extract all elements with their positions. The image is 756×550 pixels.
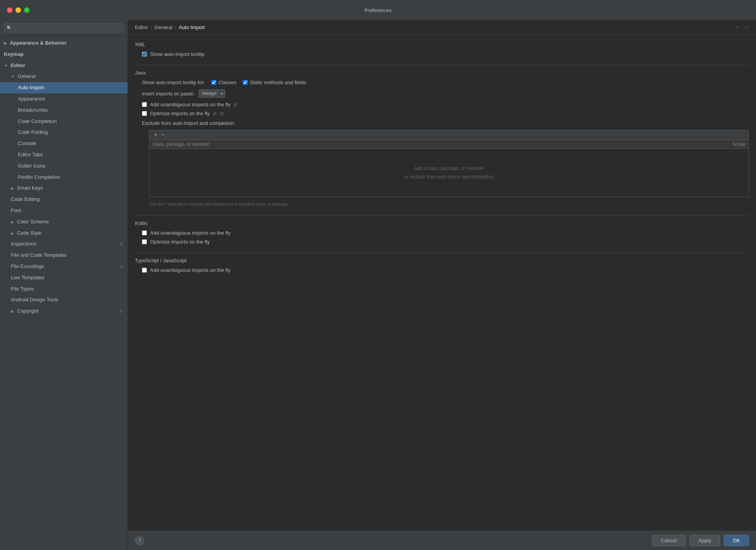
bottom-right: Cancel Apply OK bbox=[652, 535, 749, 546]
add-unambiguous-help-icon[interactable]: ⊘ bbox=[233, 102, 237, 107]
ts-add-row: Add unambiguous imports on the fly bbox=[142, 267, 749, 273]
file-encodings-icon: ⊞ bbox=[119, 263, 123, 270]
exclude-col-class: Class, package, or member bbox=[152, 142, 699, 147]
ok-button[interactable]: OK bbox=[724, 535, 749, 546]
ts-add-label: Add unambiguous imports on the fly bbox=[150, 267, 230, 273]
insert-imports-row: Insert imports on paste: Always Ask Neve… bbox=[142, 89, 749, 98]
main-container: 🔍 ▶ Appearance & Behavior Keymap ▼ Edito… bbox=[0, 20, 756, 550]
kotlin-optimize-checkbox[interactable] bbox=[142, 239, 147, 244]
add-unambiguous-checkbox[interactable] bbox=[142, 102, 147, 107]
exclude-section-wrapper: Exclude from auto-import and completion:… bbox=[142, 120, 749, 208]
search-input[interactable] bbox=[4, 23, 124, 33]
xml-section: XML Show auto-import tooltip bbox=[135, 42, 749, 57]
static-methods-label: Static methods and fields bbox=[250, 80, 306, 85]
xml-show-tooltip-row: Show auto-import tooltip bbox=[142, 51, 749, 57]
exclude-toolbar: + − bbox=[149, 130, 749, 140]
kotlin-optimize-row: Optimize imports on the fly bbox=[142, 239, 749, 245]
bottom-left: ? bbox=[135, 536, 144, 545]
exclude-add-button[interactable]: + bbox=[152, 132, 159, 138]
sidebar-item-general[interactable]: ▼ General bbox=[0, 71, 128, 82]
sidebar-item-font[interactable]: Font bbox=[0, 205, 128, 216]
optimize-imports-row: Optimize imports on the fly ⊘ ⊟ bbox=[142, 111, 749, 116]
sidebar-item-code-completion[interactable]: Code Completion bbox=[0, 116, 128, 127]
sidebar-item-inspections[interactable]: Inspections ⊞ bbox=[0, 239, 128, 250]
sidebar-item-breadcrumbs[interactable]: Breadcrumbs bbox=[0, 105, 128, 116]
sidebar-item-postfix-completion[interactable]: Postfix Completion bbox=[0, 172, 128, 183]
classes-checkbox-group: Classes bbox=[211, 80, 236, 85]
sidebar-item-file-types[interactable]: File Types bbox=[0, 284, 128, 295]
exclude-empty-message: Add a class, package, or member to exclu… bbox=[149, 149, 749, 197]
add-unambiguous-label: Add unambiguous imports on the fly bbox=[150, 102, 230, 107]
classes-checkbox[interactable] bbox=[211, 80, 216, 85]
help-button[interactable]: ? bbox=[135, 536, 144, 545]
minimize-button[interactable] bbox=[16, 7, 21, 13]
static-methods-checkbox[interactable] bbox=[243, 80, 248, 85]
arrow-icon: ▼ bbox=[11, 74, 15, 80]
close-button[interactable] bbox=[7, 7, 12, 13]
nav-back-arrow[interactable]: ← bbox=[735, 24, 740, 30]
wildcard-note: Use the * wildcard to exclude all member… bbox=[149, 201, 749, 208]
sidebar-item-copyright[interactable]: ▶ Copyright ⊞ bbox=[0, 306, 128, 317]
nav-arrows: ← → bbox=[735, 24, 749, 30]
sidebar-item-android-design-tools[interactable]: Android Design Tools bbox=[0, 294, 128, 306]
breadcrumb-nav: Editor › General › Auto Import bbox=[135, 24, 205, 30]
search-wrapper: 🔍 bbox=[4, 23, 124, 33]
sidebar-item-file-code-templates[interactable]: File and Code Templates bbox=[0, 250, 128, 261]
optimize-imports-checkbox[interactable] bbox=[142, 111, 147, 116]
kotlin-add-unambiguous-label: Add unambiguous imports on the fly bbox=[150, 230, 230, 236]
arrow-icon: ▶ bbox=[11, 185, 14, 192]
arrow-icon: ▶ bbox=[11, 308, 14, 315]
breadcrumb-editor: Editor bbox=[135, 24, 148, 30]
tree-container: ▶ Appearance & Behavior Keymap ▼ Editor … bbox=[0, 36, 128, 550]
xml-show-tooltip-checkbox[interactable] bbox=[142, 52, 147, 57]
exclude-remove-button[interactable]: − bbox=[160, 132, 166, 138]
sidebar-item-code-style[interactable]: ▶ Code Style bbox=[0, 228, 128, 239]
sidebar-item-keymap[interactable]: Keymap bbox=[0, 49, 128, 60]
sidebar-item-appearance[interactable]: Appearance bbox=[0, 93, 128, 105]
sidebar-item-code-folding[interactable]: Code Folding bbox=[0, 127, 128, 138]
separator-java-kotlin bbox=[135, 215, 749, 216]
kotlin-section-label: Kotlin bbox=[135, 220, 749, 226]
sidebar-item-editor[interactable]: ▼ Editor bbox=[0, 60, 128, 71]
inspections-icon: ⊞ bbox=[119, 241, 123, 248]
java-tooltip-for-label: Show auto-import tooltip for: bbox=[142, 80, 205, 85]
title-bar: Preferences bbox=[0, 0, 756, 20]
kotlin-optimize-label: Optimize imports on the fly bbox=[150, 239, 210, 245]
window-title: Preferences bbox=[364, 7, 392, 13]
cancel-button[interactable]: Cancel bbox=[652, 535, 685, 546]
maximize-button[interactable] bbox=[24, 7, 29, 13]
arrow-icon: ▼ bbox=[4, 63, 8, 69]
sidebar-item-color-scheme[interactable]: ▶ Color Scheme bbox=[0, 216, 128, 228]
breadcrumb-current: Auto Import bbox=[179, 24, 205, 30]
content-area: Editor › General › Auto Import ← → XML S… bbox=[128, 20, 756, 550]
classes-label: Classes bbox=[219, 80, 236, 85]
separator-kotlin-ts bbox=[135, 253, 749, 253]
sidebar-item-gutter-icons[interactable]: Gutter Icons bbox=[0, 161, 128, 172]
optimize-imports-label: Optimize imports on the fly bbox=[150, 111, 210, 116]
sidebar-item-auto-import[interactable]: Auto Import bbox=[0, 82, 128, 93]
xml-section-label: XML bbox=[135, 42, 749, 47]
ts-add-checkbox[interactable] bbox=[142, 268, 147, 273]
exclude-section-title: Exclude from auto-import and completion: bbox=[142, 120, 749, 126]
java-section: Java Show auto-import tooltip for: Class… bbox=[135, 70, 749, 208]
separator-xml-java bbox=[135, 65, 749, 65]
sidebar-item-console[interactable]: Console bbox=[0, 138, 128, 149]
kotlin-add-unambiguous-checkbox[interactable] bbox=[142, 230, 147, 235]
arrow-icon: ▶ bbox=[4, 40, 7, 47]
breadcrumb-general: General bbox=[154, 24, 172, 30]
search-icon: 🔍 bbox=[7, 26, 12, 31]
sidebar-item-smart-keys[interactable]: ▶ Smart Keys bbox=[0, 183, 128, 194]
optimize-imports-edit-icon[interactable]: ⊟ bbox=[220, 111, 224, 116]
nav-forward-arrow[interactable]: → bbox=[744, 24, 749, 30]
sidebar-item-live-templates[interactable]: Live Templates bbox=[0, 272, 128, 284]
sidebar-item-file-encodings[interactable]: File Encodings ⊞ bbox=[0, 261, 128, 272]
insert-imports-select[interactable]: Always Ask Never bbox=[198, 89, 225, 98]
optimize-imports-help-icon[interactable]: ⊘ bbox=[213, 111, 217, 116]
sidebar-item-editor-tabs[interactable]: Editor Tabs bbox=[0, 149, 128, 161]
kotlin-add-unambiguous-row: Add unambiguous imports on the fly bbox=[142, 230, 749, 236]
apply-button[interactable]: Apply bbox=[690, 535, 720, 546]
sidebar-item-code-editing[interactable]: Code Editing bbox=[0, 194, 128, 205]
sidebar-item-appearance-behavior[interactable]: ▶ Appearance & Behavior bbox=[0, 38, 128, 49]
typescript-section: TypeScript / JavaScript Add unambiguous … bbox=[135, 258, 749, 273]
window-controls[interactable] bbox=[7, 7, 29, 13]
